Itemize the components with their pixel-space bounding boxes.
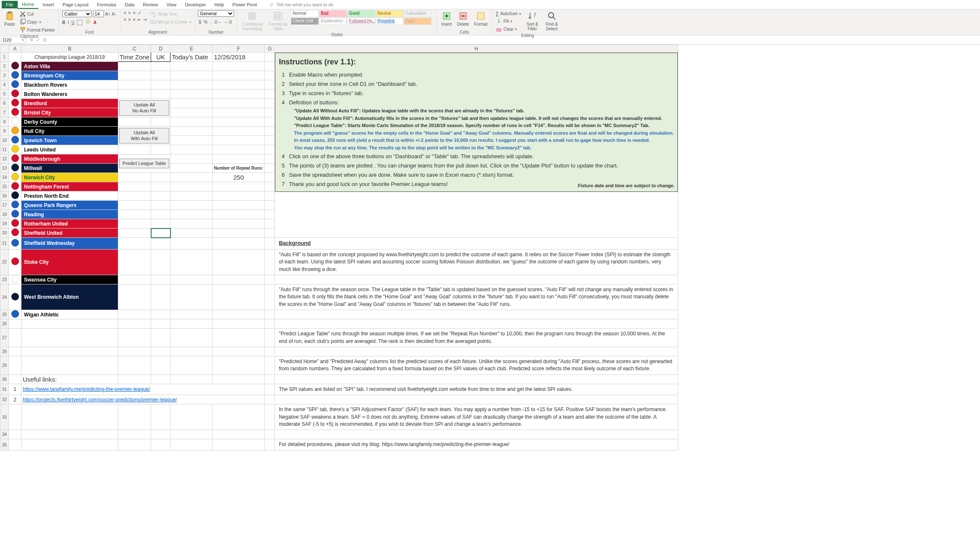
tab-formulas[interactable]: Formulas (93, 1, 120, 8)
wrap-text-button[interactable]: Wrap Text (149, 10, 193, 18)
increase-decimal-icon[interactable]: .0→ (214, 20, 221, 24)
fill-color-button[interactable] (85, 19, 91, 26)
selected-cell[interactable] (151, 228, 170, 238)
useful-link[interactable]: https://projects.fivethirtyeight.com/soc… (23, 397, 177, 403)
row-header[interactable]: 33 (0, 404, 9, 430)
row-header[interactable]: 23 (0, 275, 9, 284)
style-cell[interactable]: Bad (319, 10, 347, 17)
col-header[interactable]: C (118, 45, 151, 53)
row-header[interactable]: 32 (0, 395, 9, 404)
row-header[interactable]: 3 (0, 71, 9, 80)
number-format-select[interactable]: General (198, 10, 234, 17)
fill-button[interactable]: Fill▾ (495, 17, 522, 25)
comma-icon[interactable]: , (210, 20, 211, 24)
cell-styles-gallery[interactable]: NormalBadGoodNeutralCalculationCheck Cel… (291, 10, 434, 25)
row-header[interactable]: 28 (0, 347, 9, 356)
timezone-value[interactable]: UK (151, 53, 170, 62)
update-all-with-fill-button[interactable]: Update AllWith Auto Fill (119, 128, 169, 143)
row-header[interactable]: 34 (0, 430, 9, 439)
sort-filter-button[interactable]: Sort & Filter (524, 10, 541, 32)
align-center-icon[interactable]: ≡ (128, 17, 131, 22)
repeat-runs-value[interactable]: 250 (213, 173, 265, 182)
row-header[interactable]: 12 (0, 154, 9, 164)
row-header[interactable]: 27 (0, 329, 9, 347)
row-header[interactable]: 10 (0, 136, 9, 145)
font-size-input[interactable] (93, 11, 104, 17)
tellme-text[interactable]: Tell me what you want to do (277, 2, 334, 7)
style-cell[interactable]: Input (404, 18, 431, 25)
conditional-formatting-button[interactable]: Conditional Formatting (240, 10, 265, 32)
italic-button[interactable]: I (68, 20, 69, 25)
tab-file[interactable]: File (2, 1, 18, 8)
find-select-button[interactable]: Find & Select (543, 10, 561, 32)
style-cell[interactable]: Explanatory ... (319, 18, 347, 25)
cut-button[interactable]: Cut (19, 10, 56, 18)
indent-increase-icon[interactable]: ⇥ (143, 17, 146, 22)
select-all[interactable] (0, 45, 9, 53)
clear-button[interactable]: Clear▾ (495, 25, 522, 33)
tab-insert[interactable]: Insert (38, 1, 59, 8)
row-header[interactable]: 22 (0, 249, 9, 275)
row-header[interactable]: 2 (0, 62, 9, 71)
predict-league-button[interactable]: Predict League Table (119, 159, 169, 168)
style-cell[interactable]: Neutral (375, 10, 403, 17)
font-color-button[interactable]: A (93, 20, 96, 25)
align-right-icon[interactable]: ≡ (133, 17, 136, 22)
col-header[interactable]: B (21, 45, 118, 53)
style-cell[interactable]: Normal (291, 10, 319, 17)
paste-button[interactable]: Paste (3, 10, 17, 27)
col-header[interactable]: H (275, 45, 678, 53)
tab-help[interactable]: Help (210, 1, 228, 8)
row-header[interactable]: 15 (0, 182, 9, 191)
tab-data[interactable]: Data (120, 1, 138, 8)
format-cells-button[interactable]: Format (472, 10, 489, 27)
tab-review[interactable]: Review (138, 1, 162, 8)
delete-cells-button[interactable]: Delete (455, 10, 471, 27)
col-header[interactable]: E (170, 45, 213, 53)
col-header[interactable]: F (213, 45, 265, 53)
border-button[interactable] (77, 20, 83, 25)
style-cell[interactable]: Calculation (404, 10, 431, 17)
style-cell[interactable]: Followed Hy... (347, 18, 375, 25)
align-top-icon[interactable]: ≡ (124, 11, 126, 15)
insert-cells-button[interactable]: Insert (439, 10, 453, 27)
copy-button[interactable]: Copy▾ (19, 18, 56, 26)
font-name-select[interactable]: Calibri (62, 11, 92, 17)
tab-home[interactable]: Home (18, 0, 38, 9)
row-header[interactable]: 29 (0, 356, 9, 374)
row-header[interactable]: 20 (0, 228, 9, 238)
row-header[interactable]: 30 (0, 374, 9, 384)
row-header[interactable]: 18 (0, 210, 9, 219)
row-header[interactable]: 19 (0, 219, 9, 228)
update-all-no-fill-button[interactable]: Update AllNo Auto Fill (119, 100, 169, 115)
worksheet[interactable]: A B C D E F G H 1Championship League 201… (0, 45, 980, 555)
row-header[interactable]: 4 (0, 80, 9, 90)
accounting-icon[interactable]: $ (199, 20, 201, 24)
autosum-button[interactable]: ∑AutoSum▾ (495, 10, 522, 17)
row-header[interactable]: 9 (0, 127, 9, 136)
decrease-decimal-icon[interactable]: ←.0 (224, 20, 232, 24)
percent-icon[interactable]: % (204, 20, 208, 24)
merge-center-button[interactable]: Merge & Center▾ (149, 18, 193, 26)
row-header[interactable]: 35 (0, 439, 9, 450)
style-cell[interactable]: Hyperlink (375, 18, 403, 25)
row-header[interactable]: 6 (0, 99, 9, 108)
row-header[interactable]: 1 (0, 53, 9, 62)
row-header[interactable]: 21 (0, 238, 9, 250)
col-header[interactable]: G (265, 45, 275, 53)
row-header[interactable]: 5 (0, 90, 9, 99)
style-cell[interactable]: Check Cell (291, 18, 319, 25)
tab-power-pivot[interactable]: Power Pivot (228, 1, 261, 8)
orientation-icon[interactable]: ⤢ (138, 11, 141, 15)
increase-font-icon[interactable]: A↑ (105, 11, 111, 16)
row-header[interactable]: 26 (0, 319, 9, 329)
decrease-font-icon[interactable]: A↓ (112, 12, 117, 16)
col-header[interactable]: A (9, 45, 21, 53)
row-header[interactable]: 16 (0, 191, 9, 201)
format-painter-button[interactable]: Format Painter (19, 26, 56, 34)
align-left-icon[interactable]: ≡ (124, 17, 126, 22)
style-cell[interactable]: Good (347, 10, 375, 17)
row-header[interactable]: 13 (0, 164, 9, 173)
row-header[interactable]: 7 (0, 108, 9, 117)
useful-link[interactable]: https://www.tangfamily.me/predicting-the… (23, 386, 150, 392)
